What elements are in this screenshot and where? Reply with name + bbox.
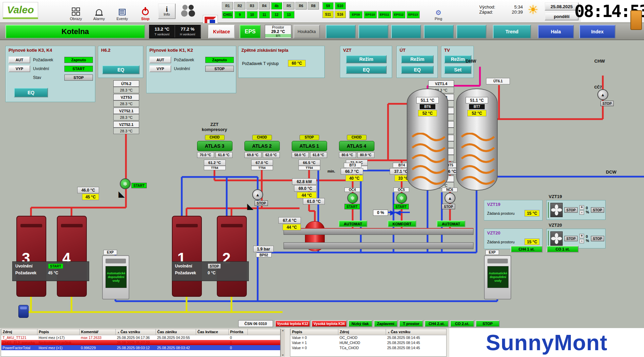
damper-plus-button[interactable]: + bbox=[579, 205, 584, 210]
mode-button[interactable]: VYP bbox=[9, 65, 30, 72]
panel-button[interactable]: Set bbox=[444, 66, 471, 74]
fan-icon[interactable] bbox=[550, 231, 563, 246]
event-row[interactable]: Value = 1 HUM_CHOD 25.08.2025 08:14:45 bbox=[291, 340, 447, 345]
oc4-pump[interactable]: ❄ bbox=[347, 193, 358, 204]
gas-alarm-button[interactable]: CO 1 st. bbox=[547, 246, 579, 253]
pump-icon: ▲ bbox=[256, 192, 260, 197]
recovered-setpoint[interactable]: 44 °C bbox=[297, 192, 317, 198]
ut61-label: ÚT6.1 bbox=[486, 78, 510, 84]
tank2-setpoint[interactable]: 52 °C bbox=[467, 110, 486, 116]
exp-unit-right[interactable]: Automatické dopouštění vody bbox=[484, 255, 511, 299]
alarm-strip-button[interactable]: CO 2.st. bbox=[450, 320, 474, 327]
column-header[interactable]: ▲Čas vzniku bbox=[116, 329, 156, 335]
column-header[interactable]: ▲Čas vzniku bbox=[386, 329, 447, 335]
scroll-down-icon[interactable]: ▼ bbox=[282, 354, 284, 356]
bt3-setpoint[interactable]: 40 °C bbox=[345, 175, 363, 181]
cell-vznik: 25.08.2025 08:14:45 bbox=[386, 340, 447, 345]
panel-button[interactable]: Režim bbox=[401, 55, 434, 63]
zzt-unit[interactable]: STOP ATLAS 1 58.0 °C 61.8 °C 66.5 °C TT5… bbox=[286, 135, 333, 170]
exp-unit-left[interactable]: Automatické dopouštění vody bbox=[102, 255, 129, 299]
column-header[interactable]: Popis bbox=[291, 329, 338, 335]
alarm-strip-button[interactable]: Vysoká teplota K34 bbox=[311, 320, 347, 327]
damper-minus-button[interactable]: - bbox=[579, 239, 584, 243]
gas-alarm-button[interactable]: CH4 1 st. bbox=[511, 246, 543, 253]
oc4-label: OČ4 bbox=[344, 188, 360, 192]
boiler-4[interactable]: 4 bbox=[57, 216, 87, 297]
room-setpoint[interactable]: 15 °C bbox=[525, 239, 540, 245]
tank1-setpoint[interactable]: 52 °C bbox=[418, 110, 437, 116]
damper-plus-button[interactable]: + bbox=[579, 234, 584, 238]
column-header[interactable]: Zdroj bbox=[1, 329, 37, 335]
sensor-label: VZT53 bbox=[113, 94, 139, 100]
cc7-pump[interactable]: ▲ bbox=[597, 89, 608, 100]
panel-button[interactable]: Režim bbox=[346, 55, 387, 63]
column-header[interactable]: Zdroj bbox=[338, 329, 386, 335]
mode-button[interactable]: VYP bbox=[149, 65, 171, 72]
oc5-pump[interactable]: ❄ bbox=[396, 193, 407, 204]
alarm-strip-button[interactable]: CH4 2.st. bbox=[424, 320, 449, 327]
mixing-valve[interactable]: ▶◀ bbox=[390, 209, 401, 216]
room-setpoint[interactable]: 15 °C bbox=[525, 210, 540, 216]
unit-tt-value: 66.5 °C bbox=[299, 160, 320, 166]
alarm-strip-button[interactable]: Vysoká teplota K12 bbox=[275, 320, 310, 327]
alarm-row[interactable]: CH01_FL2_porucha Nedostatečný průtok... … bbox=[1, 340, 281, 345]
boiler-2[interactable]: 2 bbox=[217, 216, 247, 297]
sort-icon: ▲ bbox=[117, 331, 120, 334]
ut-mode-button[interactable]: KOMFORT bbox=[388, 221, 416, 227]
column-header[interactable]: Priorita bbox=[229, 329, 248, 335]
alarm-strip-button[interactable]: Zaplavení bbox=[374, 320, 398, 327]
event-row[interactable]: Value = 0 OC_CHOD 25.08.2025 08:14:45 bbox=[291, 335, 447, 340]
gas-meter-icon bbox=[18, 305, 29, 318]
unit-temp-2: 80.9 °C bbox=[357, 152, 374, 158]
column-header[interactable]: Popis bbox=[37, 329, 80, 335]
alarm-strip-button[interactable]: Nízký tlak bbox=[348, 320, 372, 327]
mode-button[interactable]: AUT bbox=[149, 56, 171, 63]
unit-temp-1: 58.0 °C bbox=[292, 152, 309, 158]
sensor-value: 28.3 °C bbox=[113, 100, 139, 107]
panel-button[interactable]: EQ bbox=[401, 66, 434, 74]
column-header[interactable]: Komentář bbox=[80, 329, 116, 335]
sensor-label: VZT52.1 bbox=[113, 121, 139, 128]
column-header[interactable]: Čas zániku bbox=[156, 329, 196, 335]
alarm-list-scrollbar[interactable]: ▲ ▼ bbox=[280, 329, 285, 357]
cell-zdroj: PowerFactorTotal bbox=[1, 345, 37, 350]
nc6-pump[interactable]: ▲ bbox=[445, 193, 455, 204]
sensor-value: 28.3 °C bbox=[113, 114, 139, 120]
alarm-row[interactable]: PowerFactorTotal Horní mez (>1) 0.996229… bbox=[1, 345, 281, 350]
column-header[interactable]: Čas kvitace bbox=[196, 329, 229, 335]
zzt-setpoint-value[interactable]: 60 °C bbox=[288, 60, 306, 67]
cell-zdroj: CH01_FL2_porucha bbox=[1, 340, 37, 345]
heatpump-circ-pump[interactable]: ❄ bbox=[120, 178, 131, 189]
tank1-sensor: BT6 bbox=[420, 104, 435, 109]
panel-row: VYP Uvolnění STOP bbox=[149, 65, 234, 72]
alarm-strip-button[interactable]: STOP bbox=[476, 320, 500, 327]
panel-row: AUT Požadavek Zapnuto bbox=[9, 56, 93, 63]
alarm-strip-button[interactable]: T prostor bbox=[399, 320, 423, 327]
left-supply-setpoint[interactable]: 45 °C bbox=[82, 194, 99, 200]
boiler-1[interactable]: 1 bbox=[172, 216, 202, 297]
k12-supply-setpoint[interactable]: 44 °C bbox=[283, 224, 301, 230]
damper-minus-button[interactable]: - bbox=[579, 210, 584, 215]
vzt19-unit-label: VZT19 bbox=[549, 194, 562, 199]
mode-button[interactable]: AUT bbox=[9, 56, 30, 63]
eq-button[interactable]: EQ bbox=[14, 88, 48, 97]
alarm-row[interactable]: T_AKU_TT121 Horní mez (>17) max 17.2633 … bbox=[1, 335, 281, 340]
eq-button[interactable]: EQ bbox=[102, 65, 140, 74]
tv-mode-button[interactable]: AUTOMAT bbox=[437, 221, 465, 227]
pressure-sensor-label: BP02 bbox=[256, 253, 272, 257]
zzt-unit[interactable]: CHOD ATLAS 3 70.0 °C 61.8 °C 61.2 °C TT5… bbox=[191, 135, 238, 170]
boiler-3[interactable]: 3 bbox=[16, 216, 46, 297]
zzt-unit[interactable]: CHOD ATLAS 2 69.8 °C 62.0 °C 67.0 °C TT5… bbox=[238, 135, 286, 170]
column-header bbox=[248, 329, 281, 335]
fan-icon[interactable] bbox=[550, 203, 563, 217]
ut-mode-button[interactable]: AUTOMAT bbox=[339, 221, 367, 227]
panel-button[interactable]: EQ bbox=[346, 66, 387, 74]
release-state: STOP bbox=[208, 263, 221, 269]
fan-state: STOP bbox=[564, 236, 578, 241]
scroll-up-icon[interactable]: ▲ bbox=[282, 329, 284, 331]
tank2-sensor: BT7 bbox=[469, 104, 485, 109]
return-manifold bbox=[284, 242, 473, 249]
event-row[interactable]: Value = 0 TCa_CHOD 25.08.2025 08:14:45 bbox=[291, 345, 447, 350]
mid-pump[interactable]: ▲ bbox=[252, 189, 263, 200]
check-valve-icon: ◣ bbox=[247, 203, 253, 210]
